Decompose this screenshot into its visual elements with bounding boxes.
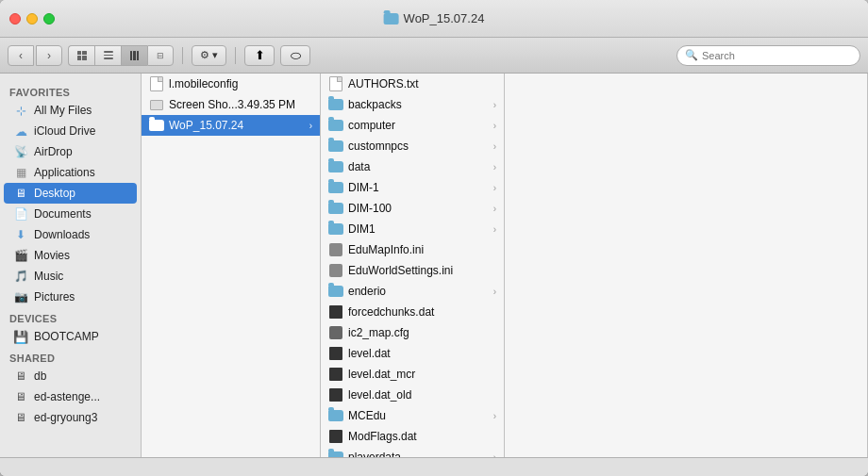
sidebar-label-airdrop: AirDrop — [34, 145, 73, 158]
list-item[interactable]: DIM1 › — [321, 219, 504, 239]
nav-buttons: ‹ › — [8, 45, 62, 66]
back-button[interactable]: ‹ — [8, 45, 34, 66]
list-item[interactable]: Screen Sho...3.49.35 PM — [142, 94, 320, 115]
sidebar-item-icloud-drive[interactable]: ☁ iCloud Drive — [4, 121, 137, 141]
list-item[interactable]: customnpcs › — [321, 136, 504, 156]
sidebar-item-movies[interactable]: 🎬 Movies — [4, 245, 137, 266]
list-item[interactable]: computer › — [321, 115, 504, 136]
list-item[interactable]: EduWorldSettings.ini — [321, 260, 504, 281]
sidebar-item-airdrop[interactable]: 📡 AirDrop — [4, 141, 137, 162]
sidebar-item-db[interactable]: 🖥 db — [4, 366, 137, 386]
sidebar-item-ed-astenge[interactable]: 🖥 ed-astenge... — [4, 386, 137, 407]
sidebar-label-documents: Documents — [34, 207, 92, 221]
share-button[interactable]: ⬆ — [244, 45, 275, 66]
finder-pane-left: l.mobileconfig Screen Sho...3.49.35 PM W… — [142, 74, 321, 457]
icon-view-button[interactable] — [68, 45, 94, 66]
close-button[interactable] — [9, 13, 21, 25]
grid-view-icon — [77, 51, 87, 60]
main-content: Favorites ⊹ All My Files ☁ iCloud Drive … — [0, 74, 868, 457]
sidebar-item-downloads[interactable]: ⬇ Downloads — [4, 224, 137, 245]
list-item[interactable]: ic2_map.cfg — [321, 322, 504, 343]
folder-icon — [328, 222, 343, 237]
list-item[interactable]: DIM-100 › — [321, 198, 504, 219]
folder-icon — [328, 97, 343, 112]
sidebar-label-icloud-drive: iCloud Drive — [34, 124, 95, 138]
maximize-button[interactable] — [43, 13, 55, 25]
arrange-button[interactable]: ⚙ ▾ — [192, 45, 226, 66]
list-item[interactable]: level.dat_old — [321, 385, 504, 405]
item-name: MCEdu — [348, 409, 489, 422]
traffic-lights — [9, 13, 55, 25]
folder-icon — [328, 180, 343, 195]
sidebar-label-bootcamp: BOOTCAMP — [34, 330, 99, 343]
sidebar-item-pictures[interactable]: 📷 Pictures — [4, 287, 137, 307]
list-item[interactable]: DIM-1 › — [321, 177, 504, 198]
ed-gryoung3-icon: 🖥 — [13, 410, 28, 425]
sidebar-label-all-my-files: All My Files — [34, 104, 92, 117]
list-view-icon — [104, 51, 113, 59]
list-item[interactable]: WoP_15.07.24 › — [142, 115, 320, 136]
list-view-button[interactable] — [94, 45, 121, 66]
minimize-button[interactable] — [26, 13, 38, 25]
search-box[interactable]: 🔍 — [676, 45, 860, 66]
arrange-chevron: ▾ — [212, 49, 218, 61]
item-name: Screen Sho...3.49.35 PM — [169, 98, 312, 111]
item-name: backpacks — [348, 98, 489, 111]
cfg-file-icon — [328, 325, 343, 340]
item-name: level.dat_old — [348, 388, 496, 402]
list-item[interactable]: level.dat — [321, 343, 504, 364]
list-item[interactable]: EduMapInfo.ini — [321, 239, 504, 260]
icloud-drive-icon: ☁ — [13, 123, 28, 139]
list-item[interactable]: l.mobileconfig — [142, 74, 320, 94]
file-icon — [149, 76, 164, 91]
item-name: computer — [348, 119, 489, 132]
item-name: DIM1 — [348, 222, 489, 236]
column-view-button[interactable] — [121, 45, 147, 66]
expand-chevron: › — [493, 162, 496, 172]
list-item[interactable]: MCEdu › — [321, 405, 504, 426]
sidebar-item-all-my-files[interactable]: ⊹ All My Files — [4, 100, 137, 121]
folder-icon — [328, 284, 343, 299]
dat-file-icon — [328, 304, 343, 320]
expand-chevron: › — [493, 204, 496, 214]
expand-chevron: › — [493, 100, 496, 110]
dat-file-icon-3 — [328, 367, 343, 382]
finder-panes: l.mobileconfig Screen Sho...3.49.35 PM W… — [142, 74, 868, 457]
search-input[interactable] — [702, 50, 852, 61]
list-item[interactable]: playerdata › — [321, 447, 504, 457]
label-button[interactable]: ⬭ — [280, 45, 310, 66]
cover-view-button[interactable]: ⊟ — [147, 45, 174, 66]
sidebar-item-desktop[interactable]: 🖥 Desktop — [4, 183, 137, 204]
sidebar-item-music[interactable]: 🎵 Music — [4, 266, 137, 287]
all-my-files-icon: ⊹ — [13, 103, 28, 118]
movies-icon: 🎬 — [13, 248, 28, 263]
sidebar-item-applications[interactable]: ▦ Applications — [4, 162, 137, 183]
expand-chevron: › — [493, 224, 496, 235]
expand-chevron: › — [493, 121, 496, 131]
sidebar-item-bootcamp[interactable]: 💾 BOOTCAMP — [4, 326, 137, 347]
folder-icon — [328, 159, 343, 174]
list-item[interactable]: data › — [321, 156, 504, 177]
title-folder-icon — [384, 13, 399, 25]
forward-button[interactable]: › — [36, 45, 62, 66]
titlebar: WoP_15.07.24 — [0, 0, 868, 38]
list-item[interactable]: forcedchunks.dat — [321, 302, 504, 322]
sidebar-label-ed-astenge: ed-astenge... — [34, 390, 100, 403]
expand-chevron: › — [309, 121, 312, 131]
sidebar-label-db: db — [34, 369, 46, 383]
column-view-icon — [130, 51, 140, 60]
list-item[interactable]: AUTHORS.txt — [321, 74, 504, 94]
item-name: EduWorldSettings.ini — [348, 264, 496, 277]
list-item[interactable]: enderio › — [321, 281, 504, 302]
sidebar-item-ed-gryoung3[interactable]: 🖥 ed-gryoung3 — [4, 407, 137, 428]
sidebar-item-documents[interactable]: 📄 Documents — [4, 204, 137, 224]
list-item[interactable]: ModFlags.dat — [321, 426, 504, 447]
folder-icon — [328, 201, 343, 216]
ed-astenge-icon: 🖥 — [13, 389, 28, 404]
sidebar-label-ed-gryoung3: ed-gryoung3 — [34, 411, 97, 424]
pictures-icon: 📷 — [13, 289, 28, 304]
sidebar-label-music: Music — [34, 270, 63, 283]
dat-file-icon-2 — [328, 346, 343, 361]
list-item[interactable]: backpacks › — [321, 94, 504, 115]
list-item[interactable]: level.dat_mcr — [321, 364, 504, 385]
